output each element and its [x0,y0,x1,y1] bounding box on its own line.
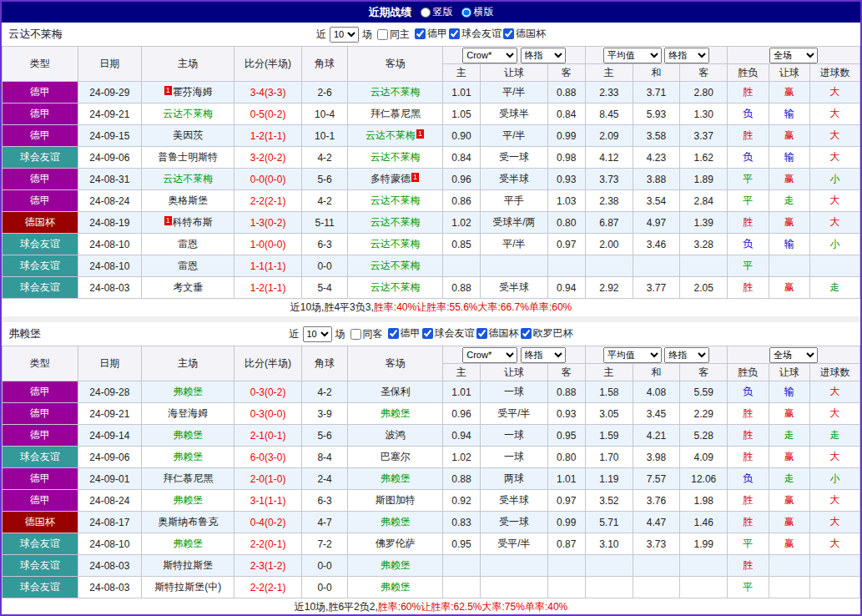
odds-value: 3.71 [633,82,680,104]
home-team: 弗赖堡 [142,490,234,512]
final-odds-select-2[interactable]: 终指 [664,48,709,63]
final-odds-select-2[interactable]: 终指 [664,347,709,363]
result-value: 负 [728,234,769,255]
league-checkbox[interactable] [388,328,399,339]
match-row: 德甲24-09-14弗赖堡2-1(0-1)5-6波鸿0.94一球0.951.59… [3,425,860,447]
same-venue-checkbox[interactable] [377,29,388,40]
league-filter-球会友谊[interactable]: 球会友谊 [449,27,502,41]
final-odds-select[interactable]: 终指 [521,48,566,63]
result-value: 平 [728,533,769,555]
home-team: 奥格斯堡 [142,190,234,212]
final-odds-select[interactable]: 终指 [521,347,566,363]
league-filter-德甲[interactable]: 德甲 [415,27,447,41]
layout-radio-vertical[interactable]: 竖版 [421,5,453,19]
odds-value [680,577,728,598]
column-header-corner: 角球 [301,346,348,381]
result-value: 胜 [728,555,769,577]
bookmaker-select[interactable]: Crow* [462,347,517,363]
home-team: 云达不莱梅 [142,104,234,125]
odds-value: 4.47 [633,512,680,533]
result-value: 小 [810,468,860,490]
result-value: 大 [810,381,860,403]
result-value: 走 [810,425,860,447]
result-value: 大 [810,533,860,555]
result-value: 输 [769,104,809,125]
league-checkbox[interactable] [422,328,433,339]
away-team: 弗赖堡 [348,577,442,598]
layout-radio-horizontal[interactable]: 横版 [461,5,494,19]
corner-score: 6-3 [301,234,348,255]
league-badge: 球会友谊 [3,234,78,255]
odds-value: 0.94 [547,277,585,299]
odds-value: 0.97 [547,234,585,255]
average-select[interactable]: 平均值 [603,347,662,363]
home-team: 拜仁慕尼黑 [142,468,234,490]
league-filter-德甲[interactable]: 德甲 [388,326,421,341]
average-select[interactable]: 平均值 [603,48,662,63]
subheader-handicap: 让球 [481,64,547,82]
full-match-select[interactable]: 全场 [769,347,818,363]
same-venue-checkbox[interactable] [350,329,361,340]
match-date: 24-09-06 [78,447,141,468]
team-label: 云达不莱梅 [371,216,421,228]
result-value: 赢 [769,403,809,425]
full-match-select[interactable]: 全场 [769,48,818,63]
average-odds-group: 平均值 终指 [585,47,727,64]
subheader-away-odds: 客 [547,364,585,381]
match-count-select[interactable]: 10 [303,326,332,342]
league-checkbox[interactable] [449,28,460,39]
bookmaker-select[interactable]: Crow* [462,48,517,63]
odds-value: 3.73 [633,533,680,555]
odds-value: 4.21 [633,425,680,447]
summary-segment: 单率:40% [525,600,567,614]
match-count-select[interactable]: 10 [330,27,359,43]
home-team: 奥斯纳布鲁克 [142,512,234,533]
odds-value: 0.88 [442,277,480,299]
match-date: 24-08-19 [78,212,141,234]
match-score: 0-3(0-2) [234,381,301,403]
team-label: 奥格斯堡 [168,194,208,206]
league-label: 德甲 [401,326,421,341]
league-filter-德国杯[interactable]: 德国杯 [476,326,519,341]
league-checkbox[interactable] [503,28,514,39]
league-filter-德国杯[interactable]: 德国杯 [503,27,546,41]
result-value: 胜 [728,425,769,447]
odds-value: 0.97 [547,490,585,512]
league-checkbox[interactable] [476,328,487,339]
team-label: 弗赖堡 [381,472,411,484]
red-card-badge: 1 [164,216,172,225]
odds-value [442,255,480,277]
column-header-away: 客场 [348,346,442,381]
league-filter-欧罗巴杯[interactable]: 欧罗巴杯 [521,326,573,341]
home-team: 美因茨 [142,125,234,147]
result-value [769,555,809,577]
league-badge: 德甲 [3,381,78,403]
team-label: 普鲁士明斯特 [158,151,218,163]
league-badge: 球会友谊 [3,255,78,277]
same-venue-filter[interactable]: 同客 [350,327,383,341]
horizontal-radio-input[interactable] [461,8,471,18]
corner-score: 8-4 [301,447,348,468]
league-checkbox[interactable] [521,328,532,339]
match-date: 24-09-14 [78,425,141,447]
summary-segment: 近10场,胜6平2负2, [295,600,378,614]
section-divider [2,316,860,322]
corner-score: 2-4 [301,468,348,490]
away-team: 弗赖堡 [348,403,442,425]
league-filter-球会友谊[interactable]: 球会友谊 [422,326,475,341]
result-value: 胜 [728,490,769,512]
team-label: 雷恩 [178,238,198,250]
near-label: 近 [316,28,326,42]
team-label: 科特布斯 [173,216,213,228]
team-section-header-bremen: 云达不莱梅 近 10 场 同主 德甲球会友谊德国杯 [2,23,860,46]
match-score: 0-5(0-2) [234,104,301,125]
match-score: 3-2(0-2) [234,147,301,169]
summary-segment: 让胜率:55.6% [416,300,477,315]
vertical-radio-input[interactable] [421,8,431,18]
team-label: 弗赖堡 [173,451,203,462]
league-badge: 德甲 [3,125,78,147]
match-score: 3-1(1-1) [234,490,301,512]
league-label: 球会友谊 [461,27,502,41]
same-venue-filter[interactable]: 同主 [377,28,410,42]
league-checkbox[interactable] [415,28,426,39]
